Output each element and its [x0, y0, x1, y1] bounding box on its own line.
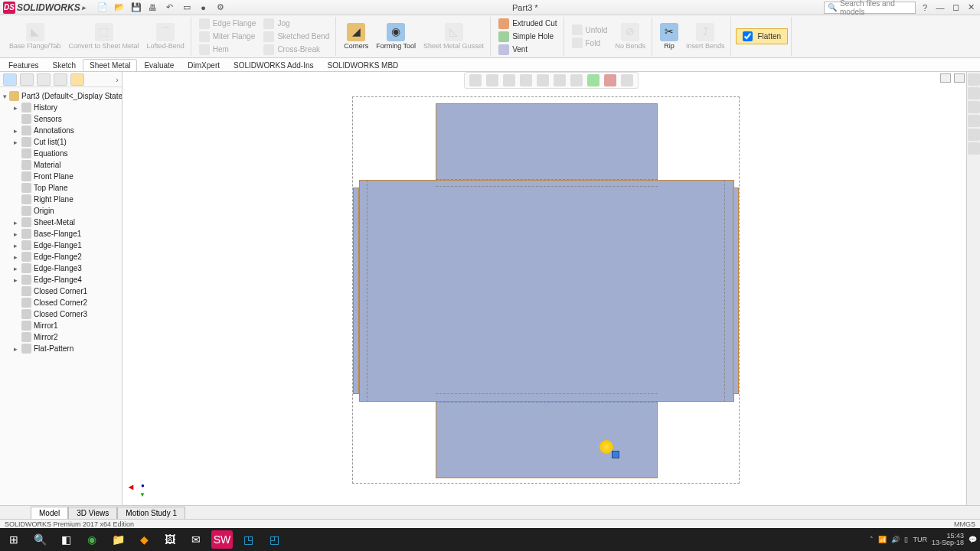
- simple-hole-button[interactable]: Simple Hole: [495, 31, 560, 43]
- undo-icon[interactable]: ↶: [164, 2, 176, 14]
- bottom-tab-3d-views[interactable]: 3D Views: [68, 507, 117, 519]
- fm-tab-config[interactable]: [37, 73, 51, 86]
- close-icon[interactable]: ✕: [965, 2, 977, 13]
- tree-item-closed-corner2[interactable]: Closed Corner2: [2, 297, 120, 308]
- tree-item-material-not-specified-[interactable]: Material: [2, 159, 120, 171]
- tree-item-mirror1[interactable]: Mirror1: [2, 320, 120, 331]
- search-taskbar-icon[interactable]: 🔍: [29, 530, 51, 549]
- tray-date[interactable]: 13-Sep-18: [932, 539, 964, 546]
- section-view-icon[interactable]: [520, 74, 532, 86]
- corners-button[interactable]: ◢Corners: [341, 21, 371, 52]
- cm-tab-features[interactable]: Features: [2, 59, 45, 71]
- cm-tab-dimxpert[interactable]: DimXpert: [181, 59, 227, 71]
- photos-icon[interactable]: 🖼: [159, 530, 181, 549]
- rebuild-icon[interactable]: ●: [198, 2, 210, 14]
- tray-battery-icon[interactable]: ▯: [904, 536, 908, 543]
- new-icon[interactable]: 📄: [96, 2, 109, 14]
- cm-tab-solidworks-add-ins[interactable]: SOLIDWORKS Add-Ins: [227, 59, 320, 71]
- tray-lang[interactable]: TUR: [913, 536, 927, 543]
- app-icon-2[interactable]: ◰: [263, 530, 285, 549]
- fm-tab-property[interactable]: [20, 73, 34, 86]
- scene-icon[interactable]: [604, 74, 616, 86]
- tray-notifications-icon[interactable]: 💬: [969, 536, 977, 543]
- tree-item-front-plane[interactable]: Front Plane: [2, 171, 120, 182]
- tree-item-flat-pattern[interactable]: ▸Flat-Pattern: [2, 343, 120, 354]
- tree-item-mirror2[interactable]: Mirror2: [2, 331, 120, 343]
- tree-item-edge-flange4[interactable]: ▸Edge-Flange4: [2, 274, 120, 285]
- display-style-icon[interactable]: [554, 74, 566, 86]
- bottom-tab-motion-study-1[interactable]: Motion Study 1: [117, 507, 185, 519]
- menu-dropdown-icon[interactable]: ▸: [82, 4, 86, 11]
- search-input[interactable]: 🔍 Search files and models: [824, 2, 916, 14]
- status-units[interactable]: MMGS: [954, 520, 975, 528]
- tray-chevron-icon[interactable]: ˄: [870, 536, 874, 543]
- tree-item-sheet-metal[interactable]: ▸Sheet-Metal: [2, 217, 120, 228]
- explorer-icon[interactable]: 📁: [107, 530, 129, 549]
- tree-item-right-plane[interactable]: Right Plane: [2, 194, 120, 205]
- tree-item-sensors[interactable]: Sensors: [2, 113, 120, 125]
- tree-item-base-flange1[interactable]: ▸Base-Flange1: [2, 228, 120, 240]
- cm-tab-sheet-metal[interactable]: Sheet Metal: [83, 59, 137, 71]
- solidworks-taskbar-icon[interactable]: SW: [211, 530, 233, 549]
- task-view-palette-icon[interactable]: [968, 115, 980, 127]
- task-appearances-icon[interactable]: [968, 129, 980, 141]
- flat-pattern-bottom-flange[interactable]: [436, 402, 658, 478]
- mail-icon[interactable]: ✉: [185, 530, 207, 549]
- task-custom-props-icon[interactable]: [968, 142, 980, 155]
- fm-expand-icon[interactable]: ›: [116, 75, 119, 84]
- save-icon[interactable]: 💾: [130, 2, 142, 14]
- zoom-fit-icon[interactable]: [469, 74, 482, 86]
- tray-volume-icon[interactable]: 🔊: [891, 536, 900, 543]
- flat-pattern-base[interactable]: [359, 180, 734, 402]
- flat-pattern-left-flange[interactable]: [353, 187, 359, 394]
- tree-item-cut-list-1-[interactable]: ▸Cut list(1): [2, 136, 120, 148]
- help-icon[interactable]: ?: [919, 2, 931, 13]
- tree-root[interactable]: ▾Part3 (Default<_Display State: [2, 90, 120, 102]
- tree-item-annotations[interactable]: ▸Annotations: [2, 125, 120, 136]
- tree-item-edge-flange3[interactable]: ▸Edge-Flange3: [2, 262, 120, 274]
- start-button[interactable]: ⊞: [3, 530, 24, 549]
- bottom-tab-model[interactable]: Model: [31, 507, 68, 519]
- tree-item-edge-flange2[interactable]: ▸Edge-Flange2: [2, 251, 120, 262]
- select-icon[interactable]: ▭: [181, 2, 193, 14]
- task-design-library-icon[interactable]: [968, 87, 980, 99]
- feature-tree[interactable]: ▾Part3 (Default<_Display State▸HistorySe…: [0, 87, 122, 505]
- forming-tool-button[interactable]: ◉Forming Tool: [373, 21, 419, 52]
- vp-maximize-icon[interactable]: [954, 73, 965, 83]
- prev-view-icon[interactable]: [503, 74, 515, 86]
- fm-tab-tree[interactable]: [3, 73, 17, 86]
- cm-tab-evaluate[interactable]: Evaluate: [137, 59, 181, 71]
- chrome-icon[interactable]: ◉: [81, 530, 103, 549]
- flatten-checkbox[interactable]: [743, 31, 753, 41]
- tree-item-equations[interactable]: Equations: [2, 148, 120, 159]
- view-triad[interactable]: ◀ ● ▼: [129, 476, 152, 499]
- maximize-icon[interactable]: ◻: [949, 2, 962, 13]
- flat-pattern-top-flange[interactable]: [436, 103, 658, 180]
- hide-show-icon[interactable]: [570, 74, 583, 86]
- tree-item-closed-corner1[interactable]: Closed Corner1: [2, 285, 120, 297]
- flatten-button[interactable]: Flatten: [736, 28, 788, 44]
- vent-button[interactable]: Vent: [495, 44, 560, 56]
- rip-button[interactable]: ✂Rip: [657, 21, 681, 52]
- task-file-explorer-icon[interactable]: [968, 101, 980, 113]
- options-icon[interactable]: ⚙: [214, 2, 227, 14]
- cm-tab-sketch[interactable]: Sketch: [45, 59, 83, 71]
- system-tray[interactable]: ˄ 📶 🔊 ▯ TUR 15:43 13-Sep-18 💬: [870, 533, 977, 546]
- task-resources-icon[interactable]: [968, 73, 980, 86]
- tray-network-icon[interactable]: 📶: [878, 536, 887, 543]
- view-orient-icon[interactable]: [537, 74, 549, 86]
- minimize-icon[interactable]: —: [934, 2, 946, 13]
- tree-item-origin[interactable]: Origin: [2, 205, 120, 217]
- fm-tab-display[interactable]: [70, 73, 84, 86]
- tree-item-top-plane[interactable]: Top Plane: [2, 182, 120, 194]
- taskview-icon[interactable]: ◧: [55, 530, 77, 549]
- vp-minimize-icon[interactable]: [940, 73, 951, 83]
- app-icon[interactable]: ◳: [237, 530, 259, 549]
- graphics-viewport[interactable]: ◀ ● ▼: [122, 72, 980, 505]
- flat-pattern-right-flange[interactable]: [733, 187, 739, 394]
- extruded-cut-button[interactable]: Extruded Cut: [495, 18, 560, 30]
- fm-tab-dim[interactable]: [54, 73, 67, 86]
- tree-item-edge-flange1[interactable]: ▸Edge-Flange1: [2, 240, 120, 251]
- view-settings-icon[interactable]: [621, 74, 633, 86]
- print-icon[interactable]: 🖶: [147, 2, 159, 14]
